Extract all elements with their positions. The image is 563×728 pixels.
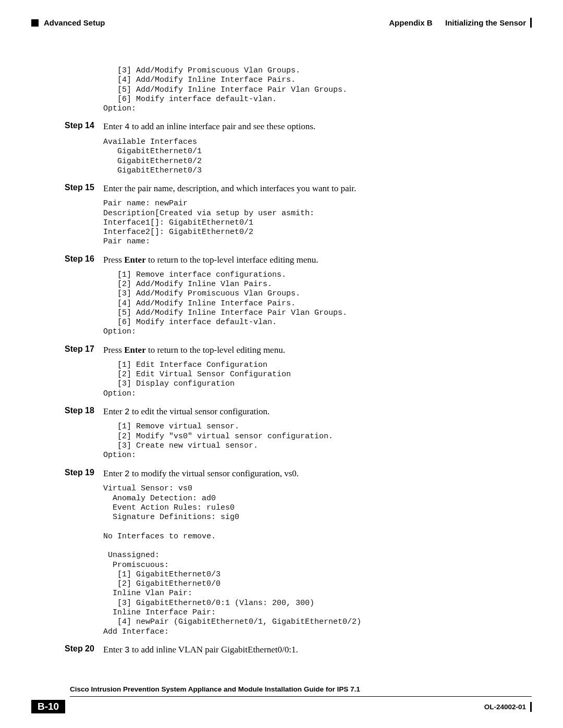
page-number: B-10 — [31, 700, 65, 713]
page-footer: Cisco Intrusion Prevention System Applia… — [31, 685, 532, 713]
step-label: Step 20 — [65, 644, 103, 653]
step-label: Step 19 — [65, 468, 103, 477]
step-16: Step 16 Press Enter to return to the top… — [65, 254, 527, 266]
text-fragment: to add inline VLAN pair GigabitEthernet0… — [130, 645, 298, 655]
step-19: Step 19 Enter 2 to modify the virtual se… — [65, 468, 527, 480]
doc-id: OL-24002-01 — [484, 703, 526, 711]
text-fragment: Enter — [103, 406, 125, 416]
step-label: Step 14 — [65, 121, 103, 130]
step-label: Step 18 — [65, 406, 103, 415]
step-text: Press Enter to return to the top-level i… — [103, 254, 319, 266]
text-fragment: to modify the virtual sensor configurati… — [130, 468, 299, 478]
step-18: Step 18 Enter 2 to edit the virtual sens… — [65, 406, 527, 418]
code-block: [1] Remove virtual sensor. [2] Modify "v… — [103, 422, 527, 460]
footer-row: B-10 OL-24002-01 — [31, 700, 532, 713]
footer-right: OL-24002-01 — [484, 702, 532, 712]
text-fragment: Press — [103, 345, 124, 355]
step-label: Step 16 — [65, 254, 103, 264]
command-literal: 4 — [125, 122, 130, 132]
command-literal: 3 — [125, 646, 130, 655]
step-text: Enter 4 to add an inline interface pair … — [103, 121, 315, 133]
text-fragment: to edit the virtual sensor configuration… — [130, 406, 270, 416]
command-literal: 2 — [125, 470, 130, 479]
step-15: Step 15 Enter the pair name, description… — [65, 183, 527, 195]
code-block: [1] Edit Interface Configuration [2] Edi… — [103, 361, 527, 399]
step-text: Enter 2 to edit the virtual sensor confi… — [103, 406, 270, 418]
text-fragment: to add an inline interface pair and see … — [130, 121, 315, 131]
step-14: Step 14 Enter 4 to add an inline interfa… — [65, 121, 527, 133]
header-square-icon — [31, 19, 39, 27]
step-label: Step 17 — [65, 344, 103, 354]
text-fragment: to return to the top-level editing menu. — [146, 345, 285, 355]
footer-rule — [70, 696, 532, 697]
header-left: Advanced Setup — [31, 18, 105, 27]
header-bar-icon — [530, 18, 532, 28]
step-text: Enter 3 to add inline VLAN pair GigabitE… — [103, 644, 298, 657]
text-fragment: to return to the top-level interface edi… — [146, 255, 319, 265]
text-fragment: Enter — [103, 468, 125, 478]
step-17: Step 17 Press Enter to return to the top… — [65, 344, 527, 356]
step-20: Step 20 Enter 3 to add inline VLAN pair … — [65, 644, 527, 657]
appendix-label: Appendix B — [389, 18, 432, 27]
command-literal: 2 — [125, 408, 130, 417]
section-title: Advanced Setup — [44, 18, 105, 27]
footer-bar-icon — [530, 702, 532, 712]
code-block: Virtual Sensor: vs0 Anomaly Detection: a… — [103, 484, 527, 637]
code-block: [1] Remove interface configurations. [2]… — [103, 270, 527, 337]
step-text: Enter 2 to modify the virtual sensor con… — [103, 468, 299, 480]
appendix-title: Initializing the Sensor — [445, 18, 526, 27]
step-text: Enter the pair name, description, and wh… — [103, 183, 356, 195]
key-enter: Enter — [124, 255, 146, 265]
text-fragment: Press — [103, 255, 124, 265]
content-area: [3] Add/Modify Promiscuous Vlan Groups. … — [31, 66, 532, 657]
key-enter: Enter — [124, 345, 146, 355]
code-block: Available Interfaces GigabitEthernet0/1 … — [103, 138, 527, 176]
step-label: Step 15 — [65, 183, 103, 192]
header-right: Appendix B Initializing the Sensor — [389, 18, 532, 28]
page-header: Advanced Setup Appendix B Initializing t… — [31, 18, 532, 28]
text-fragment: Enter — [103, 645, 125, 655]
step-text: Press Enter to return to the top-level e… — [103, 344, 285, 356]
code-block-top: [3] Add/Modify Promiscuous Vlan Groups. … — [103, 66, 527, 114]
code-block: Pair name: newPair Description[Created v… — [103, 199, 527, 246]
footer-doc-title: Cisco Intrusion Prevention System Applia… — [70, 685, 532, 693]
page: Advanced Setup Appendix B Initializing t… — [0, 0, 563, 728]
text-fragment: Enter — [103, 121, 125, 131]
